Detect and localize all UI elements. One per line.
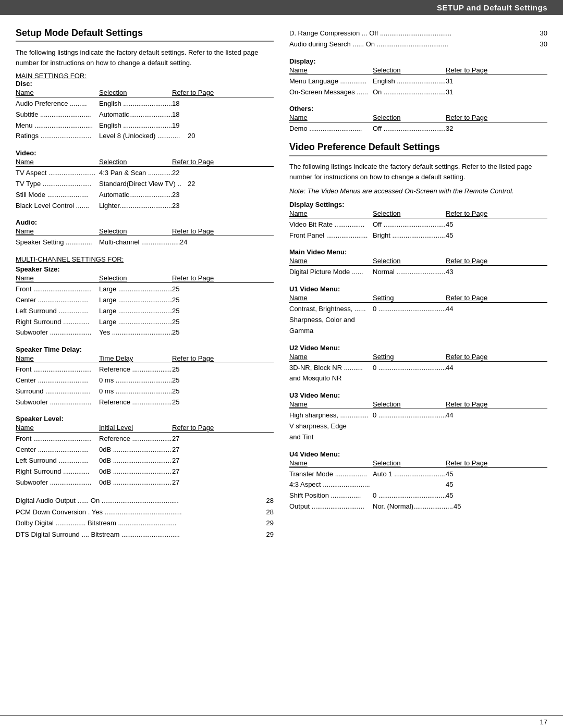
- table-row: Contrast, Brightness, ...... 0 .........…: [289, 304, 547, 315]
- table-row: TV Aspect ......................... 4:3 …: [16, 168, 274, 179]
- main-video-label: Main Video Menu:: [289, 248, 547, 256]
- video-pref-intro: The following listings indicate the fact…: [289, 162, 547, 182]
- content-area: Setup Mode Default Settings The followin…: [0, 15, 563, 556]
- misc-row: Audio during Search ...... On ..........…: [289, 39, 547, 50]
- table-row: and Mosquito NR: [289, 373, 547, 384]
- table-row: Center ........................... Large…: [16, 295, 274, 306]
- table-row: 4:3 Aspect ......................... 45: [289, 479, 547, 490]
- video-group: Video: Name Selection Refer to Page TV A…: [16, 149, 274, 211]
- video-label: Video:: [16, 149, 274, 157]
- display-group: Display: Name Selection Refer to Page Me…: [289, 57, 547, 98]
- table-row: Speaker Setting .............. Multi-cha…: [16, 237, 274, 248]
- table-row: and Tint: [289, 432, 547, 443]
- table-row: TV Type .......................... Stand…: [16, 179, 274, 190]
- table-row: Digital Picture Mode ...... Normal .....…: [289, 267, 547, 278]
- misc-row: DTS Digital Surround .... Bitstream ....…: [16, 529, 274, 540]
- video-col-selection: Selection: [99, 158, 172, 166]
- header-title: SETUP and Default Settings: [437, 3, 547, 12]
- u1-video-group: U1 Video Menu: Name Setting Refer to Pag…: [289, 285, 547, 336]
- misc-row: Dolby Digital ................ Bitstream…: [16, 517, 274, 528]
- table-row: Black Level Control ....... Lighter.....…: [16, 201, 274, 212]
- speaker-time-delay-label: Speaker Time Delay:: [16, 346, 274, 353]
- table-row: Menu ............................... Eng…: [16, 120, 274, 131]
- footer: 17: [0, 715, 563, 728]
- page: SETUP and Default Settings Setup Mode De…: [0, 0, 563, 728]
- table-row: Demo ............................ Off ..…: [289, 124, 547, 134]
- table-row: Output ............................ Nor.…: [289, 501, 547, 512]
- video-col-headers: Name Selection Refer to Page: [16, 158, 274, 167]
- table-row: Front Panel ...................... Brigh…: [289, 230, 547, 241]
- video-pref-title: Video Preference Default Settings: [289, 142, 547, 156]
- others-group: Others: Name Selection Refer to Page Dem…: [289, 105, 547, 134]
- others-col-headers: Name Selection Refer to Page: [289, 114, 547, 122]
- disc-col-selection: Selection: [99, 89, 172, 96]
- table-row: Subwoofer ...................... Referen…: [16, 397, 274, 408]
- disc-col-name: Name: [16, 89, 99, 96]
- others-label: Others:: [289, 105, 547, 113]
- u1-video-col-headers: Name Setting Refer to Page: [289, 294, 547, 303]
- table-row: 3D-NR, Block NR .......... 0 ...........…: [289, 363, 547, 374]
- main-video-group: Main Video Menu: Name Selection Refer to…: [289, 248, 547, 278]
- table-row: Subwoofer ...................... Yes ...…: [16, 327, 274, 338]
- table-row: Left Surround ................ Large ...…: [16, 306, 274, 317]
- left-section-title: Setup Mode Default Settings: [16, 28, 274, 42]
- left-intro: The following listings indicate the fact…: [16, 47, 274, 68]
- table-row: Center ........................... 0 ms …: [16, 375, 274, 386]
- u4-video-col-headers: Name Selection Refer to Page: [289, 459, 547, 468]
- u3-video-label: U3 Video Menu:: [289, 391, 547, 399]
- table-row: Menu Language .............. English ...…: [289, 76, 547, 87]
- video-pref-note: Note: The Video Menus are accessed On-Sc…: [289, 186, 547, 196]
- right-column: D. Range Compression ... Off ...........…: [289, 28, 547, 540]
- video-col-refer: Refer to Page: [172, 158, 274, 166]
- video-col-name: Name: [16, 158, 99, 166]
- table-row: Right Surround .............. 0dB ......…: [16, 466, 274, 477]
- table-row: Subtitle ........................... Aut…: [16, 109, 274, 120]
- table-row: High sharpness, ............... 0 ......…: [289, 410, 547, 421]
- table-row: Still Mode ...................... Automa…: [16, 190, 274, 201]
- display-col-headers: Name Selection Refer to Page: [289, 66, 547, 75]
- table-row: On-Screen Messages ...... On ...........…: [289, 87, 547, 98]
- table-row: Sharpness, Color and: [289, 315, 547, 326]
- table-row: Front ............................... Re…: [16, 434, 274, 445]
- u3-video-col-headers: Name Selection Refer to Page: [289, 400, 547, 409]
- audio-col-headers: Name Selection Refer to Page: [16, 227, 274, 236]
- u1-video-label: U1 Video Menu:: [289, 285, 547, 293]
- audio-group: Audio: Name Selection Refer to Page Spea…: [16, 218, 274, 248]
- u3-video-group: U3 Video Menu: Name Selection Refer to P…: [289, 391, 547, 442]
- table-row: V sharpness, Edge: [289, 421, 547, 432]
- disc-col-headers: Name Selection Refer to Page: [16, 89, 274, 97]
- table-row: Video Bit Rate ................ Off ....…: [289, 219, 547, 230]
- table-row: Gamma: [289, 326, 547, 337]
- table-row: Shift Position ................ 0 ......…: [289, 490, 547, 501]
- speaker-size-label: Speaker Size:: [16, 265, 274, 273]
- speaker-time-delay-group: Speaker Time Delay: Name Time Delay Refe…: [16, 346, 274, 408]
- speaker-level-group: Speaker Level: Name Initial Level Refer …: [16, 415, 274, 488]
- main-video-col-headers: Name Selection Refer to Page: [289, 257, 547, 266]
- table-row: Front ............................... Re…: [16, 364, 274, 375]
- speaker-level-label: Speaker Level:: [16, 415, 274, 423]
- display-label: Display:: [289, 57, 547, 65]
- display-settings-label: Display Settings:: [289, 201, 547, 208]
- table-row: Audio Preference ......... English .....…: [16, 98, 274, 109]
- display-settings-group: Display Settings: Name Selection Refer t…: [289, 201, 547, 241]
- misc-row: Digital Audio Output ...... On .........…: [16, 495, 274, 506]
- speaker-level-col-headers: Name Initial Level Refer to Page: [16, 424, 274, 433]
- table-row: Transfer Mode ................. Auto 1 .…: [289, 469, 547, 480]
- table-row: Subwoofer ...................... 0dB ...…: [16, 477, 274, 488]
- misc-top-rows: D. Range Compression ... Off ...........…: [289, 28, 547, 50]
- speaker-size-col-headers: Name Selection Refer to Page: [16, 274, 274, 283]
- table-row: Right Surround .............. Large ....…: [16, 317, 274, 328]
- disc-group: Disc: Name Selection Refer to Page Audio…: [16, 80, 274, 142]
- left-column: Setup Mode Default Settings The followin…: [16, 28, 274, 540]
- display-settings-col-headers: Name Selection Refer to Page: [289, 209, 547, 218]
- table-row: Center ........................... 0dB .…: [16, 445, 274, 455]
- misc-rows: Digital Audio Output ...... On .........…: [16, 495, 274, 540]
- page-number: 17: [540, 718, 547, 726]
- main-settings-label: MAIN SETTINGS FOR:: [16, 72, 274, 80]
- audio-label: Audio:: [16, 218, 274, 226]
- disc-label: Disc:: [16, 80, 274, 88]
- table-row: Left Surround ................ 0dB .....…: [16, 455, 274, 466]
- speaker-time-delay-col-headers: Name Time Delay Refer to Page: [16, 354, 274, 363]
- misc-row: D. Range Compression ... Off ...........…: [289, 28, 547, 39]
- table-row: Ratings ........................... Leve…: [16, 131, 274, 142]
